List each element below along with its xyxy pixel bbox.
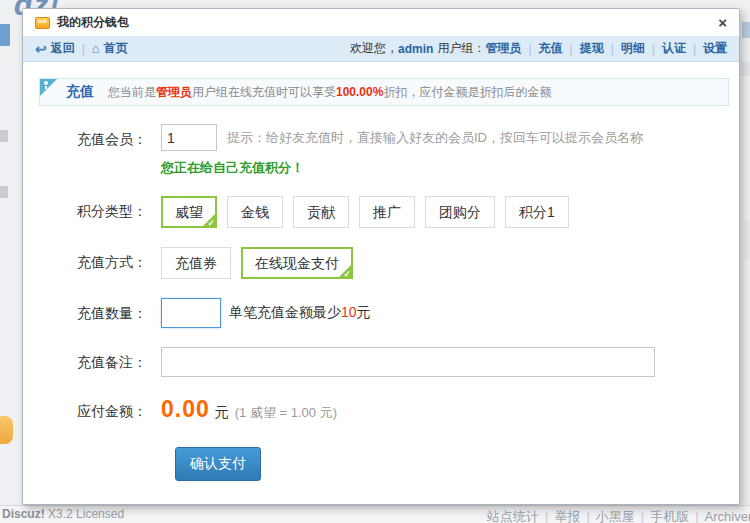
notice-corner-icon [40,79,57,96]
wallet-icon [35,17,50,29]
footer-link-blackhouse[interactable]: 小黑屋 [596,509,635,523]
footer-link-site-stats[interactable]: 站点统计 [487,509,539,523]
self-recharge-note: 您正在给自己充值积分！ [161,159,643,177]
home-icon: ⌂ [92,41,100,56]
total-price: 0.00 [161,396,210,423]
footer-link-report[interactable]: 举报 [554,509,580,523]
credit-type-option-contribution[interactable]: 贡献 [293,196,349,228]
background-fragment [0,416,13,444]
dialog-titlebar: 我的积分钱包 × [23,9,739,36]
dialog-title: 我的积分钱包 [57,14,129,31]
member-label: 充值会员： [29,124,161,177]
notice-discount: 100.00% [336,85,383,99]
lightbulb-icon [44,81,48,85]
nav-link-withdraw[interactable]: 提现 [580,40,604,57]
member-row: 充值会员： 提示：给好友充值时，直接输入好友的会员ID，按回车可以提示会员名称 … [29,124,723,177]
credit-type-option-weiwang[interactable]: 威望 [161,196,217,228]
nav-link-verify[interactable]: 认证 [662,40,686,57]
close-icon[interactable]: × [718,15,727,30]
nav-link-recharge[interactable]: 充值 [539,40,563,57]
exchange-rate: (1 威望 = 1.00 元) [235,404,337,422]
credit-type-label: 积分类型： [29,196,161,228]
points-wallet-dialog: 我的积分钱包 × ↩ 返回 | ⌂ 首页 欢迎您， admin 用户组： 管理员… [22,8,740,505]
credit-type-option-points1[interactable]: 积分1 [505,196,569,228]
member-id-input[interactable] [161,124,217,151]
background-fragment [741,62,750,76]
background-fragment [744,220,750,260]
notice-text: 您当前是管理员用户组在线充值时可以享受100.00%折扣，应付金额是折扣后的金额 [108,84,551,101]
amount-input[interactable] [161,298,221,328]
credit-type-option-promotion[interactable]: 推广 [359,196,415,228]
home-link[interactable]: 首页 [104,40,128,57]
confirm-pay-button[interactable]: 确认支付 [175,447,261,481]
credit-type-option-money[interactable]: 金钱 [227,196,283,228]
notice-title: 充值 [66,83,94,101]
background-footer-links: 站点统计|举报|小黑屋|手机版|Archiver|C [487,508,750,523]
discuz-brand: Discuz! [2,507,45,521]
amount-label: 充值数量： [29,298,161,328]
welcome-text: 欢迎您， [350,40,398,57]
group-prefix: 用户组： [437,40,485,57]
remark-label: 充值备注： [29,347,161,377]
back-link[interactable]: 返回 [51,40,75,57]
pay-method-row: 充值方式： 充值券 在线现金支付 [29,247,723,279]
discuz-license-text: Discuz! X3.2 Licensed [2,507,124,521]
footer-link-mobile[interactable]: 手机版 [650,509,689,523]
total-unit: 元 [215,404,229,422]
footer-link-archiver[interactable]: Archiver [705,509,750,523]
background-fragment [0,130,8,142]
pay-method-label: 充值方式： [29,247,161,279]
pay-method-option-voucher[interactable]: 充值券 [161,247,231,279]
credit-type-option-groupbuy[interactable]: 团购分 [425,196,495,228]
amount-row: 充值数量： 单笔充值金额最少10元 [29,298,723,328]
background-fragment [0,24,10,46]
license-version: X3.2 Licensed [45,507,124,521]
nav-link-settings[interactable]: 设置 [703,40,727,57]
amount-min-value: 10 [341,304,357,320]
nav-link-details[interactable]: 明细 [621,40,645,57]
total-label: 应付金额： [29,396,161,426]
member-hint: 提示：给好友充值时，直接输入好友的会员ID，按回车可以提示会员名称 [227,129,643,147]
user-nav: 欢迎您， admin 用户组： 管理员 | 充值 | 提现 | 明细 | 认证 … [350,40,727,57]
background-fragment [0,186,8,198]
username-link[interactable]: admin [398,42,433,56]
dialog-content: 充值 您当前是管理员用户组在线充值时可以享受100.00%折扣，应付金额是折扣后… [23,62,739,481]
dialog-navbar: ↩ 返回 | ⌂ 首页 欢迎您， admin 用户组： 管理员 | 充值 | 提… [23,36,739,62]
back-arrow-icon: ↩ [35,41,47,57]
remark-row: 充值备注： [29,347,723,377]
remark-input[interactable] [161,347,655,377]
group-link[interactable]: 管理员 [485,40,521,57]
background-fragment [742,22,750,38]
total-row: 应付金额： 0.00 元 (1 威望 = 1.00 元) [29,396,723,426]
pay-method-option-online-cash[interactable]: 在线现金支付 [241,247,353,279]
amount-hint: 单笔充值金额最少10元 [229,304,371,322]
credit-type-row: 积分类型： 威望 金钱 贡献 推广 团购分 积分1 [29,196,723,228]
notice-group-name: 管理员 [156,85,192,99]
recharge-notice: 充值 您当前是管理员用户组在线充值时可以享受100.00%折扣，应付金额是折扣后… [39,78,729,106]
